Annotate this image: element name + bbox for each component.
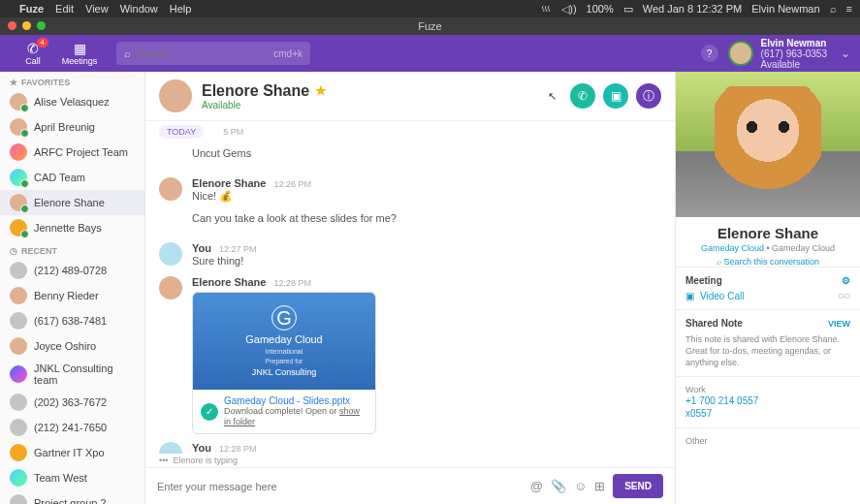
video-icon: ▣	[685, 291, 694, 301]
avatar	[10, 394, 27, 411]
sidebar-item[interactable]: Elenore Shane	[0, 190, 144, 215]
sidebar-item-label: ARFC Project Team	[34, 146, 128, 158]
sidebar-item[interactable]: Project group 2	[0, 490, 144, 504]
message-author: Elenore Shane	[192, 276, 266, 288]
avatar	[10, 419, 27, 436]
contact-status: Available	[202, 100, 327, 110]
global-search[interactable]: ⌕ cmd+k	[116, 42, 310, 65]
window-controls[interactable]	[8, 21, 46, 30]
recent-header: ◷RECENT	[0, 240, 144, 258]
search-input[interactable]	[137, 47, 273, 59]
sound-icon[interactable]: ◁))	[561, 3, 576, 16]
sidebar-item[interactable]: (617) 638-7481	[0, 308, 144, 333]
sidebar-item[interactable]: (212) 489-0728	[0, 258, 144, 283]
message: You12:27 PMSure thing!	[159, 238, 661, 272]
avatar	[10, 312, 27, 330]
search-icon: ⌕	[124, 47, 131, 59]
clock[interactable]: Wed Jan 8 12:32 PM	[643, 3, 743, 15]
attach-icon[interactable]: 📎	[551, 479, 566, 493]
sidebar-item[interactable]: Team West	[0, 465, 144, 490]
go-label: GO	[839, 292, 850, 300]
message-time: 12:26 PM	[273, 179, 311, 189]
sidebar-item[interactable]: Joyce Oshiro	[0, 333, 144, 359]
typing-indicator: ••• Elenore is typing	[145, 454, 675, 467]
check-icon: ✓	[201, 403, 218, 421]
sidebar-item[interactable]: (212) 241-7650	[0, 415, 144, 440]
nav-call[interactable]: ✆ Call 4	[10, 41, 56, 66]
message-author: Elenore Shane	[192, 177, 266, 189]
sidebar-item[interactable]: ARFC Project Team	[0, 140, 144, 165]
menu-edit[interactable]: Edit	[55, 3, 74, 15]
avatar	[10, 494, 27, 504]
detail-name: Elenore Shane	[676, 225, 860, 241]
message-list[interactable]: TODAY 5 PM Uncut GemsElenore Shane12:26 …	[145, 121, 675, 454]
meeting-header: Meeting	[685, 275, 722, 286]
message-text: Can you take a look at these slides for …	[192, 211, 661, 226]
gear-icon[interactable]: ⚙	[842, 275, 850, 286]
detail-company: Gameday Cloud • Gameday Cloud	[676, 243, 860, 253]
mention-icon[interactable]: @	[530, 479, 543, 493]
menu-fuze[interactable]: Fuze	[19, 3, 44, 15]
menu-view[interactable]: View	[85, 3, 109, 15]
message-time: 12:28 PM	[219, 444, 257, 454]
video-call-link[interactable]: ▣Video CallGO	[685, 291, 850, 301]
voice-call-button[interactable]: ✆	[570, 83, 595, 109]
wifi-icon[interactable]: ᯾	[541, 3, 552, 15]
spotlight-icon[interactable]: ⌕	[830, 3, 837, 15]
menubar-menu-icon[interactable]: ≡	[846, 3, 852, 15]
profile-status: Available	[761, 59, 827, 70]
minimize-icon[interactable]	[22, 21, 31, 30]
work-ext[interactable]: x0557	[685, 407, 850, 420]
other-label: Other	[685, 436, 850, 446]
sidebar-item[interactable]: Benny Rieder	[0, 283, 144, 308]
nav-meetings[interactable]: ▦ Meetings	[56, 41, 103, 66]
phone-icon: ✆	[578, 89, 588, 103]
info-button[interactable]: ⓘ	[636, 83, 661, 109]
message: Uncut Gems	[159, 142, 661, 173]
attachment-filename[interactable]: Gameday Cloud - Slides.pptx	[224, 395, 367, 406]
attachment-card[interactable]: GGameday CloudInternationalPrepared forJ…	[192, 292, 376, 434]
menu-window[interactable]: Window	[120, 3, 158, 15]
search-conversation[interactable]: ⌕ Search this conversation	[676, 257, 860, 267]
message-author: You	[192, 242, 211, 254]
menubar-user[interactable]: Elvin Newman	[751, 3, 819, 15]
avatar	[10, 444, 27, 461]
message: Can you take a look at these slides for …	[159, 207, 661, 238]
view-note-link[interactable]: VIEW	[828, 319, 850, 329]
send-button[interactable]: SEND	[613, 474, 663, 498]
sidebar-item[interactable]: JNKL Consulting team	[0, 359, 144, 390]
contact-photo	[676, 72, 860, 217]
sidebar-item[interactable]: Jennette Bays	[0, 215, 144, 240]
sidebar-item-label: JNKL Consulting team	[34, 362, 135, 386]
avatar	[10, 143, 27, 161]
sidebar-item-label: Alise Velasquez	[34, 96, 110, 108]
profile-menu[interactable]: Elvin Newman (617) 963-0353 Available ⌄	[728, 38, 850, 70]
sidebar-item[interactable]: (202) 363-7672	[0, 390, 144, 415]
close-icon[interactable]	[8, 21, 16, 30]
favorite-star-icon[interactable]: ★	[315, 83, 327, 98]
emoji-icon[interactable]: ☺	[574, 479, 587, 493]
show-in-folder-link[interactable]: show in folder	[224, 406, 360, 426]
maximize-icon[interactable]	[37, 21, 46, 30]
favorites-header: ★FAVORITES	[0, 72, 144, 89]
day-time: 5 PM	[223, 127, 243, 137]
gif-icon[interactable]: ⊞	[594, 479, 605, 493]
nav-meetings-label: Meetings	[62, 56, 98, 66]
menu-help[interactable]: Help	[170, 3, 192, 15]
contact-name: Elenore Shane	[202, 82, 309, 100]
sidebar-item[interactable]: April Breunig	[0, 114, 144, 140]
shared-note-header: Shared Note	[685, 318, 743, 329]
avatar	[10, 93, 27, 110]
message-text: Sure thing!	[192, 254, 661, 268]
sidebar-item[interactable]: Alise Velasquez	[0, 89, 144, 114]
sidebar-item[interactable]: Gartner IT Xpo	[0, 440, 144, 465]
sidebar-item-label: Benny Rieder	[34, 290, 99, 301]
attachment-preview: GGameday CloudInternationalPrepared forJ…	[193, 293, 375, 390]
video-call-button[interactable]: ▣	[603, 83, 628, 109]
message: You12:28 PMI'll take a look now.I have a…	[159, 438, 661, 454]
work-phone[interactable]: +1 700 214 0557	[685, 394, 850, 407]
call-badge: 4	[37, 38, 48, 47]
message-input[interactable]	[157, 475, 523, 498]
help-button[interactable]: ?	[701, 45, 718, 62]
sidebar-item[interactable]: CAD Team	[0, 165, 144, 190]
